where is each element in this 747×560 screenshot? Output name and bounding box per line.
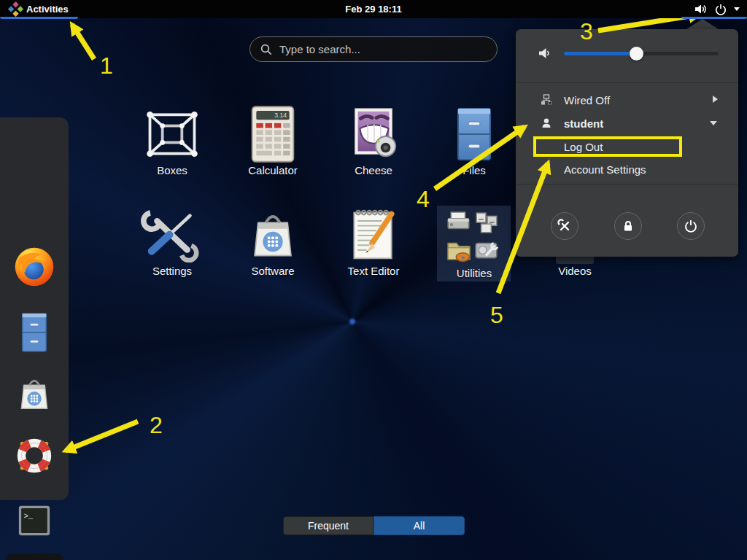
files-dock-icon — [18, 311, 51, 354]
desktop-screen: Type to search... 3.14 — [0, 0, 747, 560]
printer-icon — [446, 210, 471, 235]
terminal-icon: >_ — [15, 502, 53, 540]
search-input[interactable]: Type to search... — [249, 36, 498, 62]
lock-icon — [622, 219, 635, 233]
top-bar: Activities Feb 29 18:11 — [0, 0, 747, 18]
app-label-videos[interactable]: Videos — [527, 265, 622, 277]
app-item-boxes[interactable] — [125, 102, 220, 166]
app-label-settings: Settings — [125, 265, 220, 277]
volume-icon — [538, 46, 552, 61]
app-label-software: Software — [225, 265, 320, 277]
system-menu-button[interactable] — [692, 0, 743, 18]
app-label-text-editor: Text Editor — [326, 265, 421, 277]
show-applications-button[interactable] — [6, 553, 63, 560]
dock-item-files[interactable] — [0, 311, 69, 354]
help-lifebuoy-icon — [14, 435, 55, 476]
search-placeholder: Type to search... — [279, 43, 360, 55]
calculator-display: 3.14 — [274, 112, 287, 119]
power-icon — [684, 219, 697, 233]
cheese-icon — [345, 106, 402, 163]
activities-button[interactable]: Activities — [6, 0, 73, 18]
activities-label: Activities — [26, 4, 69, 15]
dock-item-software[interactable] — [0, 374, 69, 413]
dash-dock: >_ — [0, 117, 69, 500]
distro-logo-icon — [8, 1, 23, 17]
menu-item-account-settings[interactable]: Account Settings — [564, 163, 646, 176]
app-label-utilities: Utilities — [427, 267, 522, 279]
volume-slider-fill — [564, 52, 637, 55]
activities-active-underline — [0, 17, 78, 19]
clock-button[interactable]: Feb 29 18:11 — [345, 0, 401, 18]
menu-item-user[interactable]: student — [564, 117, 603, 130]
firefox-icon — [13, 246, 55, 288]
system-menu-active-underline — [681, 17, 747, 19]
dock-item-terminal[interactable]: >_ — [0, 502, 69, 540]
app-item-text-editor[interactable] — [326, 203, 421, 267]
menu-item-wired[interactable]: Wired Off — [564, 94, 610, 106]
search-icon — [260, 44, 272, 55]
user-icon — [541, 117, 552, 129]
app-label-cheese: Cheese — [326, 164, 421, 176]
app-item-files[interactable] — [427, 102, 522, 166]
app-item-software[interactable] — [225, 203, 320, 267]
power-button[interactable] — [677, 212, 705, 240]
tab-all[interactable]: All — [374, 516, 465, 535]
files-icon — [452, 106, 496, 163]
app-item-settings[interactable] — [125, 203, 220, 267]
menu-separator — [516, 82, 738, 83]
caret-down-icon — [710, 121, 717, 125]
menu-pointer — [686, 19, 719, 29]
calculator-icon: 3.14 — [248, 104, 298, 165]
app-label-calculator: Calculator — [225, 164, 320, 176]
boxes-icon — [139, 105, 206, 163]
chevron-down-icon — [734, 7, 740, 11]
logout-highlight-box — [533, 136, 682, 157]
app-label-boxes: Boxes — [125, 164, 220, 176]
volume-slider[interactable] — [564, 52, 719, 55]
wired-network-off-icon — [541, 94, 552, 106]
dock-item-help[interactable] — [0, 435, 69, 476]
dock-item-firefox[interactable] — [0, 246, 69, 288]
folder-icon — [446, 238, 471, 262]
text-editor-icon — [346, 206, 401, 264]
app-item-calculator[interactable]: 3.14 — [225, 102, 320, 166]
disk-utility-icon — [474, 238, 499, 262]
tools-icon — [557, 219, 572, 233]
videos-icon-sliver — [556, 257, 594, 264]
app-item-cheese[interactable] — [326, 102, 421, 166]
tab-frequent[interactable]: Frequent — [283, 516, 374, 535]
volume-indicator-icon — [694, 4, 708, 15]
software-icon — [245, 207, 301, 262]
settings-button[interactable] — [551, 212, 578, 240]
volume-slider-handle[interactable] — [630, 47, 643, 61]
power-indicator-icon — [715, 4, 727, 15]
fonts-icon — [474, 210, 499, 235]
lock-button[interactable] — [614, 212, 642, 240]
settings-icon — [139, 207, 205, 262]
menu-separator — [516, 184, 738, 184]
utilities-mini-icons[interactable] — [446, 210, 502, 262]
software-dock-icon — [15, 374, 54, 413]
app-label-files: Files — [427, 164, 522, 176]
terminal-prompt: >_ — [23, 512, 33, 521]
chevron-right-icon — [713, 96, 718, 103]
